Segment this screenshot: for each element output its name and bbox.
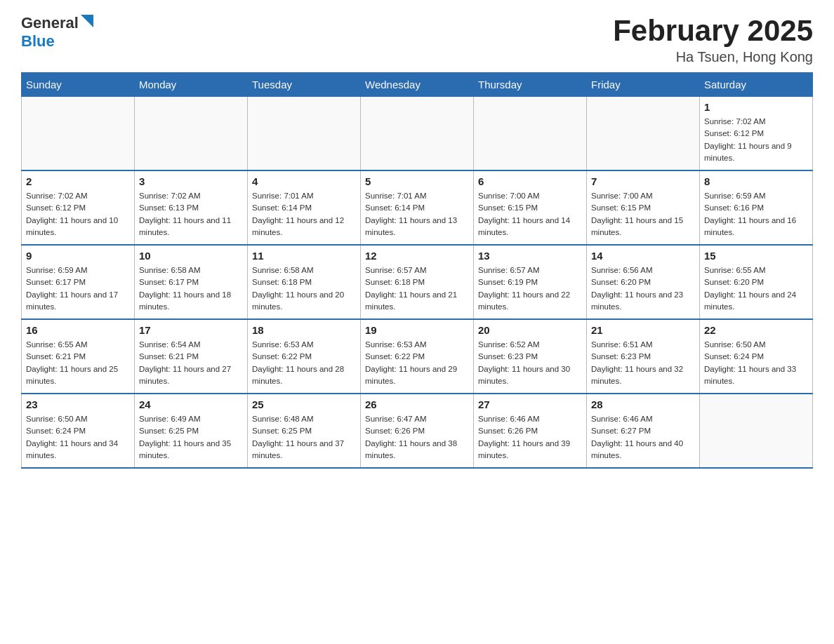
calendar-cell: 27Sunrise: 6:46 AMSunset: 6:26 PMDayligh… xyxy=(474,394,587,468)
day-number: 21 xyxy=(591,324,695,336)
calendar-cell: 11Sunrise: 6:58 AMSunset: 6:18 PMDayligh… xyxy=(248,245,361,319)
day-sun-info: Sunrise: 6:53 AMSunset: 6:22 PMDaylight:… xyxy=(252,339,356,387)
day-number: 20 xyxy=(478,324,582,336)
calendar-cell: 17Sunrise: 6:54 AMSunset: 6:21 PMDayligh… xyxy=(135,319,248,394)
day-number: 10 xyxy=(139,250,243,262)
day-number: 26 xyxy=(365,398,469,410)
day-number: 4 xyxy=(252,175,356,187)
logo: General Blue xyxy=(21,14,93,51)
calendar-week-row: 9Sunrise: 6:59 AMSunset: 6:17 PMDaylight… xyxy=(22,245,813,319)
day-sun-info: Sunrise: 6:51 AMSunset: 6:23 PMDaylight:… xyxy=(591,339,695,387)
month-year-title: February 2025 xyxy=(613,14,813,48)
day-number: 25 xyxy=(252,398,356,410)
weekday-header-sunday: Sunday xyxy=(22,73,135,97)
day-number: 27 xyxy=(478,398,582,410)
calendar-cell: 20Sunrise: 6:52 AMSunset: 6:23 PMDayligh… xyxy=(474,319,587,394)
day-number: 28 xyxy=(591,398,695,410)
calendar-cell: 5Sunrise: 7:01 AMSunset: 6:14 PMDaylight… xyxy=(361,170,474,245)
calendar-week-row: 2Sunrise: 7:02 AMSunset: 6:12 PMDaylight… xyxy=(22,170,813,245)
calendar-cell: 16Sunrise: 6:55 AMSunset: 6:21 PMDayligh… xyxy=(22,319,135,394)
day-sun-info: Sunrise: 6:58 AMSunset: 6:17 PMDaylight:… xyxy=(139,264,243,313)
calendar-cell: 18Sunrise: 6:53 AMSunset: 6:22 PMDayligh… xyxy=(248,319,361,394)
weekday-header-tuesday: Tuesday xyxy=(248,73,361,97)
weekday-header-thursday: Thursday xyxy=(474,73,587,97)
day-sun-info: Sunrise: 7:02 AMSunset: 6:13 PMDaylight:… xyxy=(139,190,243,239)
day-sun-info: Sunrise: 6:47 AMSunset: 6:26 PMDaylight:… xyxy=(365,413,469,462)
weekday-header-monday: Monday xyxy=(135,73,248,97)
day-sun-info: Sunrise: 6:46 AMSunset: 6:27 PMDaylight:… xyxy=(591,413,695,462)
calendar-cell xyxy=(248,97,361,171)
day-sun-info: Sunrise: 6:57 AMSunset: 6:19 PMDaylight:… xyxy=(478,264,582,313)
calendar-cell: 1Sunrise: 7:02 AMSunset: 6:12 PMDaylight… xyxy=(700,97,813,171)
day-sun-info: Sunrise: 7:01 AMSunset: 6:14 PMDaylight:… xyxy=(252,190,356,239)
calendar-cell: 9Sunrise: 6:59 AMSunset: 6:17 PMDaylight… xyxy=(22,245,135,319)
calendar-cell: 2Sunrise: 7:02 AMSunset: 6:12 PMDaylight… xyxy=(22,170,135,245)
calendar-cell xyxy=(361,97,474,171)
day-number: 15 xyxy=(704,250,808,262)
calendar-cell xyxy=(22,97,135,171)
day-sun-info: Sunrise: 6:50 AMSunset: 6:24 PMDaylight:… xyxy=(26,413,130,462)
calendar-cell: 15Sunrise: 6:55 AMSunset: 6:20 PMDayligh… xyxy=(700,245,813,319)
calendar-cell: 21Sunrise: 6:51 AMSunset: 6:23 PMDayligh… xyxy=(587,319,700,394)
day-number: 9 xyxy=(26,250,130,262)
day-number: 11 xyxy=(252,250,356,262)
title-block: February 2025 Ha Tsuen, Hong Kong xyxy=(613,14,813,65)
calendar-cell xyxy=(700,394,813,468)
calendar-week-row: 23Sunrise: 6:50 AMSunset: 6:24 PMDayligh… xyxy=(22,394,813,468)
day-number: 7 xyxy=(591,175,695,187)
calendar-cell: 25Sunrise: 6:48 AMSunset: 6:25 PMDayligh… xyxy=(248,394,361,468)
weekday-header-friday: Friday xyxy=(587,73,700,97)
calendar-cell: 10Sunrise: 6:58 AMSunset: 6:17 PMDayligh… xyxy=(135,245,248,319)
day-number: 3 xyxy=(139,175,243,187)
day-sun-info: Sunrise: 7:02 AMSunset: 6:12 PMDaylight:… xyxy=(26,190,130,239)
day-sun-info: Sunrise: 6:49 AMSunset: 6:25 PMDaylight:… xyxy=(139,413,243,462)
day-number: 19 xyxy=(365,324,469,336)
day-sun-info: Sunrise: 6:58 AMSunset: 6:18 PMDaylight:… xyxy=(252,264,356,313)
calendar-cell: 14Sunrise: 6:56 AMSunset: 6:20 PMDayligh… xyxy=(587,245,700,319)
day-number: 8 xyxy=(704,175,808,187)
calendar-cell: 26Sunrise: 6:47 AMSunset: 6:26 PMDayligh… xyxy=(361,394,474,468)
day-sun-info: Sunrise: 6:55 AMSunset: 6:21 PMDaylight:… xyxy=(26,339,130,387)
day-number: 6 xyxy=(478,175,582,187)
day-sun-info: Sunrise: 6:53 AMSunset: 6:22 PMDaylight:… xyxy=(365,339,469,387)
calendar-cell xyxy=(474,97,587,171)
day-sun-info: Sunrise: 6:52 AMSunset: 6:23 PMDaylight:… xyxy=(478,339,582,387)
day-number: 23 xyxy=(26,398,130,410)
day-sun-info: Sunrise: 6:46 AMSunset: 6:26 PMDaylight:… xyxy=(478,413,582,462)
svg-marker-0 xyxy=(81,15,93,27)
day-number: 17 xyxy=(139,324,243,336)
day-sun-info: Sunrise: 6:59 AMSunset: 6:17 PMDaylight:… xyxy=(26,264,130,313)
calendar-week-row: 1Sunrise: 7:02 AMSunset: 6:12 PMDaylight… xyxy=(22,97,813,171)
calendar-cell: 3Sunrise: 7:02 AMSunset: 6:13 PMDaylight… xyxy=(135,170,248,245)
logo-blue-text: Blue xyxy=(21,32,55,50)
day-sun-info: Sunrise: 7:00 AMSunset: 6:15 PMDaylight:… xyxy=(478,190,582,239)
calendar-cell: 12Sunrise: 6:57 AMSunset: 6:18 PMDayligh… xyxy=(361,245,474,319)
day-number: 14 xyxy=(591,250,695,262)
day-sun-info: Sunrise: 6:48 AMSunset: 6:25 PMDaylight:… xyxy=(252,413,356,462)
day-sun-info: Sunrise: 6:50 AMSunset: 6:24 PMDaylight:… xyxy=(704,339,808,387)
day-sun-info: Sunrise: 6:54 AMSunset: 6:21 PMDaylight:… xyxy=(139,339,243,387)
calendar-cell xyxy=(587,97,700,171)
calendar-cell: 8Sunrise: 6:59 AMSunset: 6:16 PMDaylight… xyxy=(700,170,813,245)
page-header: General Blue February 2025 Ha Tsuen, Hon… xyxy=(21,14,813,65)
weekday-header-saturday: Saturday xyxy=(700,73,813,97)
calendar-cell: 7Sunrise: 7:00 AMSunset: 6:15 PMDaylight… xyxy=(587,170,700,245)
day-sun-info: Sunrise: 6:57 AMSunset: 6:18 PMDaylight:… xyxy=(365,264,469,313)
day-number: 2 xyxy=(26,175,130,187)
day-number: 22 xyxy=(704,324,808,336)
day-sun-info: Sunrise: 7:00 AMSunset: 6:15 PMDaylight:… xyxy=(591,190,695,239)
day-sun-info: Sunrise: 6:56 AMSunset: 6:20 PMDaylight:… xyxy=(591,264,695,313)
calendar-cell: 22Sunrise: 6:50 AMSunset: 6:24 PMDayligh… xyxy=(700,319,813,394)
day-sun-info: Sunrise: 7:01 AMSunset: 6:14 PMDaylight:… xyxy=(365,190,469,239)
weekday-header-wednesday: Wednesday xyxy=(361,73,474,97)
calendar-cell: 23Sunrise: 6:50 AMSunset: 6:24 PMDayligh… xyxy=(22,394,135,468)
calendar-cell: 19Sunrise: 6:53 AMSunset: 6:22 PMDayligh… xyxy=(361,319,474,394)
day-sun-info: Sunrise: 7:02 AMSunset: 6:12 PMDaylight:… xyxy=(704,116,808,164)
day-number: 18 xyxy=(252,324,356,336)
calendar-week-row: 16Sunrise: 6:55 AMSunset: 6:21 PMDayligh… xyxy=(22,319,813,394)
location-subtitle: Ha Tsuen, Hong Kong xyxy=(613,49,813,65)
calendar-cell: 6Sunrise: 7:00 AMSunset: 6:15 PMDaylight… xyxy=(474,170,587,245)
logo-triangle-icon xyxy=(81,15,93,30)
day-number: 24 xyxy=(139,398,243,410)
calendar-cell xyxy=(135,97,248,171)
